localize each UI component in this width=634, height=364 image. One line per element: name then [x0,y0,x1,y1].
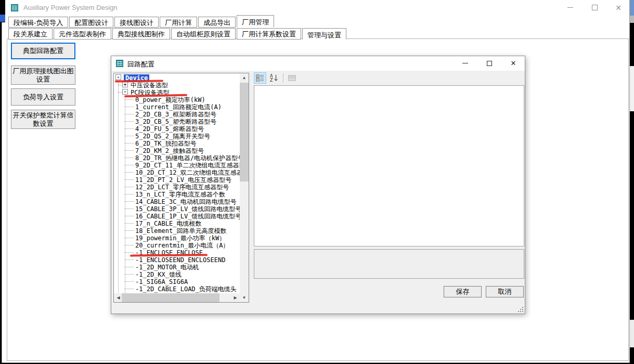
main-tab-1[interactable]: 配置图设计 [69,17,113,28]
tree-item-label: 18_Element_回路单元高度模数 [135,227,226,235]
dialog-maximize-button[interactable] [482,56,497,70]
background-window-sliver [630,0,634,364]
sidebar-button-1[interactable]: 厂用原理接线图出图设置 [11,66,75,85]
tree-item-19[interactable]: 16_CABLE_1P_LV_馈线回路电缆型号 [114,212,240,219]
dialog-titlebar[interactable]: 回路配置 ✕ [111,56,525,71]
tree-item-21[interactable]: 18_Element_回路单元高度模数 [114,227,240,234]
tree-item-label: -1_2D_CABLE_LOAD_负荷端电缆头 [135,285,237,293]
dialog-title: 回路配置 [127,60,154,69]
property-grid[interactable] [254,85,524,246]
dialog-minimize-button[interactable] [457,56,473,70]
sub-tab-4[interactable]: 厂用计算系数设置 [237,28,301,40]
close-icon: ✕ [511,60,516,67]
scroll-down-icon[interactable]: ▼ [240,293,249,302]
horizontal-scroll-thumb[interactable] [122,293,219,302]
tree-item-23[interactable]: 20_currentmin_最小电流（A） [114,241,240,249]
main-tab-5[interactable]: 厂用管理 [237,15,274,28]
cancel-button[interactable]: 取消 [486,286,524,297]
categorized-icon[interactable] [254,72,266,84]
maximize-button[interactable] [586,0,603,15]
maximize-icon [487,61,492,66]
app-icon [11,4,18,11]
main-window-title: Auxiliary Power System Design [23,4,118,11]
tree-item-label: 中压设备选型 [131,82,168,89]
tree-item-17[interactable]: 14_CABLE_3C_电动机回路电缆型号 [114,198,240,205]
tree-item-22[interactable]: 19_powermin_最小功率（kW） [114,234,240,241]
tree-item-4[interactable]: 1_current_回路额定电流(A) [114,103,240,110]
main-tab-0[interactable]: 段编辑-负荷导入 [8,17,68,28]
sidebar-button-0[interactable]: 典型回路配置 [11,43,75,59]
tree-item-label: 6_2D_TK_脱扣器型号 [135,140,197,147]
main-titlebar[interactable]: Auxiliary Power System Design ✕ [2,0,629,16]
tree-item-label: 7_2D_KM_2_接触器型号 [135,147,204,154]
sub-tab-3[interactable]: 自动组柜原则设置 [171,28,236,40]
expand-icon[interactable]: + [122,82,128,87]
tree-item-20[interactable]: 17_n_CABLE_电缆根数 [114,219,240,227]
tree-item-label: 19_powermin_最小功率（kW） [135,235,225,242]
tree-item-label: 12_2D_LCT_零序电流互感器型号 [135,184,229,191]
sub-tab-0[interactable]: 段关系建立 [8,28,53,40]
vertical-scroll-thumb[interactable] [240,83,249,181]
sort-alphabetical-icon[interactable]: A Z [268,72,280,84]
toolbar-separator [283,73,283,83]
tree-item-label: 17_n_CABLE_电缆根数 [135,220,201,227]
sidebar-button-3[interactable]: 开关保护整定计算倍数设置 [11,110,75,129]
tree-item-13[interactable]: 10_2D_CT_12_双二次绕组电流互感器型号 [114,168,240,176]
sidebar-button-2[interactable]: 负荷导入设置 [11,88,75,106]
property-grid-toolbar: A Z [254,72,300,84]
tree-item-label: 5_2D_QS_2_隔离开关型号 [135,133,210,140]
tree-item-10[interactable]: 7_2D_KM_2_接触器型号 [114,147,240,154]
tree-item-12[interactable]: 9_2D_CT_11_单二次绕组电流互感器型号 [114,161,240,168]
main-tab-2[interactable]: 接线图设计 [114,17,159,28]
tree-item-label: 11_2D_PT_2_LV_电压互感器型号 [135,176,231,184]
main-tab-4[interactable]: 成品导出 [198,17,236,28]
scroll-up-icon[interactable]: ▲ [240,73,249,82]
tree-item-26[interactable]: -1_2D_MOTOR_电动机 [114,263,240,270]
close-icon: ✕ [615,4,622,11]
tree-item-label: 16_CABLE_1P_LV_馈线回路电缆型号 [135,213,240,220]
sub-tab-1[interactable]: 元件选型表制作 [54,28,111,40]
tree-item-label: -1_2D_KX_馈线 [135,271,182,278]
tree-item-label: 8_2D_TR_热继电器/电动机保护器型号 [135,154,240,162]
tree-horizontal-scrollbar[interactable]: ◀ ▶ [114,293,240,302]
device-tree: -Device+中压设备选型-PC段设备选型0_power_额定功率(kW)1_… [114,74,240,293]
tree-item-8[interactable]: 5_2D_QS_2_隔离开关型号 [114,132,240,139]
screen: Auxiliary Power System Design ✕ 段编辑-负荷导入… [0,0,634,364]
minimize-button[interactable] [561,0,579,15]
save-button[interactable]: 保存 [444,286,482,297]
sub-tab-5[interactable]: 管理与设置 [302,28,346,40]
maximize-icon [592,5,598,10]
tree-item-27[interactable]: -1_2D_KX_馈线 [114,270,240,278]
resize-grip[interactable] [518,307,523,312]
property-pages-icon [286,72,299,84]
tree-item-15[interactable]: 12_2D_LCT_零序电流互感器型号 [114,183,240,190]
tree-item-9[interactable]: 6_2D_TK_脱扣器型号 [114,139,240,147]
dialog-close-button[interactable]: ✕ [506,56,521,70]
tree-item-label: 9_2D_CT_11_单二次绕组电流互感器型号 [135,162,240,169]
property-description-panel [254,249,524,279]
tree-item-14[interactable]: 11_2D_PT_2_LV_电压互感器型号 [114,176,240,183]
tree-vertical-scrollbar[interactable]: ▲ ▼ [240,73,249,302]
tree-item-label: 0_power_额定功率(kW) [135,96,205,103]
collapse-icon[interactable]: - [122,89,128,95]
tree-item-29[interactable]: -1_2D_CABLE_LOAD_负荷端电缆头 [114,285,240,292]
tree-item-label: 1_current_回路额定电流(A) [135,103,222,111]
tree-item-25[interactable]: -1_ENCLOSEEND_ENCLOSEEND [114,256,240,263]
main-tab-3[interactable]: 厂用计算 [160,17,197,28]
sub-tab-2[interactable]: 典型接线图制作 [112,28,170,40]
tree-item-18[interactable]: 15_CABLE_3P_LV_馈线回路电缆型号 [114,205,240,212]
sliver-segment [630,66,634,111]
tree-item-2[interactable]: -PC段设备选型 [114,88,240,96]
tree-item-label: 20_currentmin_最小电流（A） [135,242,229,249]
tree-item-7[interactable]: 4_2D_FU_5_熔断器型号 [114,125,240,132]
tree-item-28[interactable]: -1_SIG6A_SIG6A [114,278,240,285]
tree-item-0[interactable]: -Device [114,74,240,81]
tree-item-11[interactable]: 8_2D_TR_热继电器/电动机保护器型号 [114,154,240,161]
close-button[interactable]: ✕ [610,0,627,15]
collapse-icon[interactable]: - [115,74,121,80]
tree-item-16[interactable]: 13_n_LCT_零序电流互感器个数 [114,190,240,198]
scroll-right-icon[interactable]: ▶ [231,293,240,302]
tree-item-5[interactable]: 2_2D_CB_3_框架断路器型号 [114,110,240,118]
tree-item-24[interactable]: -1_ENCLOSE_ENCLOSE [114,249,240,256]
tree-item-6[interactable]: 3_2D_CB_5_塑壳断路器型号 [114,118,240,125]
